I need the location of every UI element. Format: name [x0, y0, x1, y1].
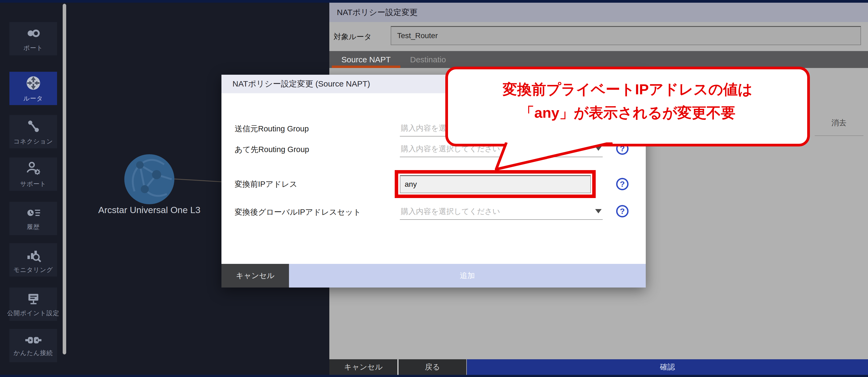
tab-bar: Source NAPT Destinatio [329, 51, 868, 68]
window-top-edge [0, 0, 868, 3]
help-icon[interactable]: ? [616, 205, 628, 217]
history-icon [25, 206, 42, 220]
sidebar-item-router[interactable]: ルータ [9, 72, 57, 105]
panel-title: NATポリシー設定変更 [337, 7, 417, 18]
dialog-cancel-button[interactable]: キャンセル [221, 264, 289, 287]
sidebar-item-label: かんたん接続 [13, 349, 53, 357]
sidebar-item-port[interactable]: ポート [9, 22, 57, 55]
panel-header: NATポリシー設定変更 [329, 3, 868, 22]
port-icon [25, 26, 42, 41]
annotation-callout: 変換前プライベートIPアドレスの値は 「any」が表示されるが変更不要 [445, 67, 810, 146]
active-tab-underline [332, 66, 400, 68]
panel-cancel-button[interactable]: キャンセル [329, 359, 397, 375]
global-ip-set-label: 変換後グローバルIPアドレスセット [235, 207, 361, 218]
dropdown-arrow-icon[interactable] [595, 209, 601, 213]
select-underline [400, 219, 603, 220]
sidebar-item-easy-connect[interactable]: かんたん接続 [9, 329, 57, 362]
monitoring-icon [25, 246, 42, 263]
sidebar-item-label: ルータ [23, 94, 43, 103]
sidebar-item-label: サポート [20, 180, 46, 188]
sidebar-item-history[interactable]: 履歴 [9, 202, 57, 235]
select-underline [400, 157, 603, 157]
sidebar-item-label: ポート [23, 44, 43, 52]
clear-divider [815, 135, 863, 136]
pre-translation-ip-label: 変換前IPアドレス [235, 179, 297, 190]
global-ip-set-select[interactable]: 購入内容を選択してください [401, 206, 500, 216]
sidebar-item-public-point[interactable]: 公開ポイント設定 [9, 287, 57, 321]
clear-button[interactable]: 消去 [815, 118, 863, 128]
pre-translation-ip-input[interactable] [400, 175, 591, 193]
support-icon [25, 161, 42, 177]
router-icon [25, 74, 42, 92]
dropdown-arrow-icon[interactable] [595, 146, 601, 151]
panel-back-button[interactable]: 戻る [399, 359, 466, 375]
dest-routing-group-label: あて先Routing Group [235, 144, 309, 155]
sidebar-item-support[interactable]: サポート [9, 158, 57, 191]
sidebar-item-label: コネクション [13, 137, 53, 146]
sidebar-item-monitoring[interactable]: モニタリング [9, 243, 57, 276]
sidebar-item-label: モニタリング [13, 266, 53, 274]
public-point-icon [25, 291, 42, 306]
sidebar-item-connection[interactable]: コネクション [9, 115, 57, 148]
target-router-input[interactable] [391, 26, 861, 45]
panel-confirm-button[interactable]: 確認 [467, 359, 868, 375]
node-label: Arcstar Universal One L3 [89, 205, 210, 215]
callout-text-line2: 「any」が表示されるが変更不要 [520, 103, 735, 123]
sidebar-scrollbar[interactable] [63, 4, 66, 354]
sidebar-item-label: 履歴 [27, 223, 40, 231]
help-icon[interactable]: ? [616, 178, 628, 190]
window-bottom-edge [0, 375, 868, 377]
callout-text-line1: 変換前プライベートIPアドレスの値は [503, 80, 752, 99]
dialog-title: NATポリシー設定変更 (Source NAPT) [232, 78, 370, 90]
easy-connect-icon [25, 334, 42, 346]
tab-destination-napt[interactable]: Destinatio [410, 51, 480, 68]
app-window: Quick_Start_Guide / Japan East エリアビュー ポー… [0, 0, 868, 377]
target-router-label: 対象ルータ [334, 32, 372, 42]
network-globe-node[interactable] [124, 154, 175, 205]
source-routing-group-label: 送信元Routing Group [235, 124, 309, 134]
sidebar-item-label: 公開ポイント設定 [7, 309, 59, 317]
dialog-add-button[interactable]: 追加 [289, 264, 646, 287]
connection-icon [25, 118, 42, 135]
